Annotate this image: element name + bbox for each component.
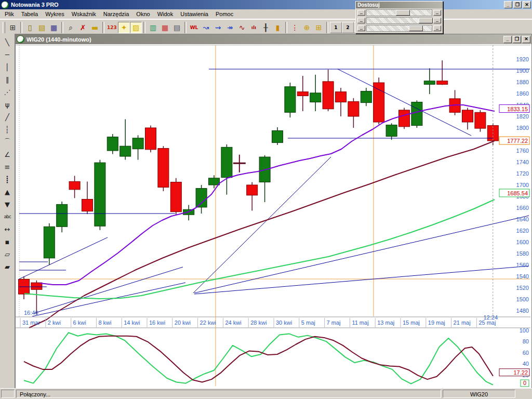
- close-button[interactable]: ✕: [523, 1, 531, 8]
- slider-2-left-button[interactable]: [357, 18, 365, 23]
- slider-3-thumb[interactable]: [409, 25, 423, 31]
- arrow-down-tool[interactable]: ▼: [1, 198, 14, 210]
- dots-style-button[interactable]: ⋮: [289, 22, 301, 33]
- auto-scale-button[interactable]: ✦: [118, 22, 130, 33]
- slider-2-track[interactable]: [366, 17, 432, 24]
- indicator-wl-button[interactable]: WL: [188, 22, 200, 33]
- delete-button[interactable]: ✗: [77, 22, 89, 33]
- expand-horizontal-tool[interactable]: ↔: [1, 223, 14, 235]
- menu-tabela[interactable]: Tabela: [18, 10, 42, 18]
- vertical-grid-tool[interactable]: ┋: [1, 173, 14, 185]
- svg-text:5 maj: 5 maj: [301, 320, 315, 326]
- candle: [411, 102, 422, 126]
- parallel-lines-tool[interactable]: ∥: [1, 73, 14, 86]
- status-bar: Połączony... WIG20: [0, 388, 532, 399]
- candle: [348, 101, 359, 116]
- menu-ustawienia[interactable]: Ustawienia: [177, 10, 212, 18]
- minimize-button[interactable]: _: [503, 36, 512, 43]
- chart-canvas[interactable]: 31 mar2 kwi6 kwi8 kwi14 kwi16 kwi20 kwi2…: [16, 44, 530, 387]
- horizontal-line-tool[interactable]: ─: [1, 48, 14, 61]
- svg-text:30 kwi: 30 kwi: [276, 320, 292, 326]
- slider-1-thumb[interactable]: [396, 10, 410, 16]
- new-chart-button[interactable]: ▯: [24, 22, 36, 33]
- vertical-line-tool[interactable]: │: [1, 61, 14, 73]
- candle: [209, 178, 220, 185]
- slider-3-track[interactable]: [366, 25, 432, 32]
- svg-text:22 kwi: 22 kwi: [200, 320, 216, 326]
- menu-plik[interactable]: Plik: [1, 10, 18, 18]
- eraser-tool[interactable]: ▱: [1, 248, 14, 260]
- zoom-button[interactable]: ⌕: [65, 22, 77, 33]
- fib-retracement-tool[interactable]: ≡: [1, 161, 14, 173]
- restore-button[interactable]: ❐: [513, 1, 522, 8]
- svg-text:2 kwi: 2 kwi: [48, 320, 61, 326]
- price-scale-button[interactable]: 123: [106, 22, 118, 33]
- fib-timezone-tool[interactable]: ┆: [1, 123, 14, 136]
- chart-window-title: WIG20 (1440-minutowo): [26, 36, 503, 43]
- ohlc-chart-button[interactable]: ╂: [260, 22, 272, 33]
- wave-tool-2-button[interactable]: ⇝: [212, 22, 224, 33]
- toolbar-separator: [184, 22, 187, 33]
- view-1-button[interactable]: 1: [330, 22, 342, 33]
- pitchfork-tool[interactable]: ψ: [1, 98, 14, 111]
- trendline-tool[interactable]: ╲: [1, 36, 14, 48]
- color-table-button[interactable]: ▦: [159, 22, 171, 33]
- slider-1-right-button[interactable]: [433, 10, 441, 16]
- arrow-up-tool[interactable]: ▲: [1, 185, 14, 198]
- view-2-button[interactable]: 2: [342, 22, 354, 33]
- adjust-palette-title[interactable]: Dostosuj: [356, 2, 443, 8]
- restore-button[interactable]: ❐: [513, 36, 521, 43]
- slider-2-right-button[interactable]: [433, 18, 441, 23]
- svg-text:7 maj: 7 maj: [327, 320, 341, 326]
- svg-text:60: 60: [523, 350, 529, 356]
- slider-1-track[interactable]: [366, 9, 432, 16]
- candle: [336, 92, 347, 102]
- open-button[interactable]: ▤: [36, 22, 48, 33]
- svg-text:14 kwi: 14 kwi: [124, 320, 140, 326]
- svg-text:0: 0: [523, 380, 526, 386]
- svg-text:1620: 1620: [516, 228, 529, 234]
- menu-okno[interactable]: Okno: [132, 10, 153, 18]
- chart-window-title-bar[interactable]: WIG20 (1440-minutowo) _❐✕: [16, 34, 531, 44]
- slider-2-thumb[interactable]: [419, 18, 433, 23]
- zoom-marker-tool[interactable]: ▪: [1, 235, 14, 248]
- slider-3-right-button[interactable]: [433, 25, 441, 31]
- close-button[interactable]: ✕: [522, 36, 530, 43]
- tile-windows-button[interactable]: ⊞: [7, 22, 19, 33]
- adjust-palette[interactable]: Dostosuj: [355, 1, 443, 34]
- candle: [158, 149, 169, 188]
- grid-style-button[interactable]: ▨: [130, 22, 142, 33]
- menu-narzędzia[interactable]: Narzędzia: [100, 10, 133, 18]
- menu-wykres[interactable]: Wykres: [42, 10, 68, 18]
- fan-lines-tool[interactable]: ⋰: [1, 86, 14, 98]
- measure-button[interactable]: ▬: [89, 22, 101, 33]
- data-table-button[interactable]: ▤: [171, 22, 183, 33]
- svg-text:80: 80: [523, 338, 529, 344]
- line-chart-button[interactable]: ∿: [236, 22, 248, 33]
- candle: [120, 146, 131, 156]
- minimize-button[interactable]: _: [504, 1, 512, 8]
- quote-table-button[interactable]: ▥: [147, 22, 159, 33]
- save-button[interactable]: ▦: [48, 22, 60, 33]
- wave-tool-1-button[interactable]: ↝: [200, 22, 212, 33]
- text-tool[interactable]: abc: [1, 210, 14, 223]
- slider-3-left-button[interactable]: [357, 25, 365, 31]
- candle: [437, 81, 448, 85]
- candle-chart-button[interactable]: ▮: [272, 22, 284, 33]
- bar-chart-button[interactable]: ılı: [248, 22, 260, 33]
- slider-1-left-button[interactable]: [357, 10, 365, 16]
- menu-wskaźnik[interactable]: Wskaźnik: [68, 10, 100, 18]
- menu-pomoc[interactable]: Pomoc: [212, 10, 237, 18]
- candle: [399, 110, 410, 127]
- eraser-all-tool[interactable]: ▰: [1, 260, 14, 273]
- candle: [95, 163, 105, 226]
- wave-tool-3-button[interactable]: ↠: [224, 22, 236, 33]
- oscillator-tag-17.22: 17.22: [499, 369, 529, 376]
- ray-tool[interactable]: ╱: [1, 111, 14, 123]
- fib-arcs-tool[interactable]: ⌒: [1, 136, 14, 148]
- gann-fan-tool[interactable]: ∠: [1, 148, 14, 161]
- add-marker-box-button[interactable]: ⊞: [313, 22, 325, 33]
- connection-status: Połączony...: [16, 390, 441, 398]
- add-marker-button[interactable]: ⊕: [301, 22, 313, 33]
- menu-widok[interactable]: Widok: [154, 10, 177, 18]
